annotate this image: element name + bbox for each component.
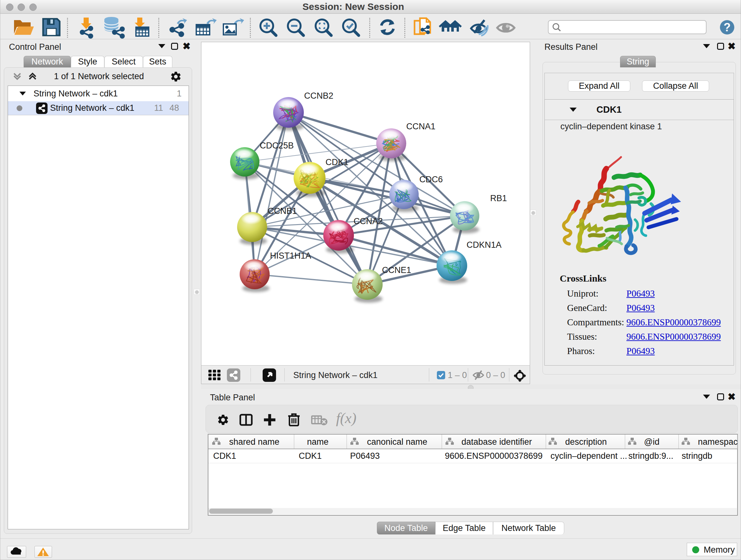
svg-text:namespac: namespac [698, 437, 738, 447]
svg-text:CCNB2: CCNB2 [304, 91, 333, 101]
svg-text:CCNB1: CCNB1 [268, 206, 297, 216]
svg-text:CCNE1: CCNE1 [382, 265, 411, 275]
svg-text:CDC6: CDC6 [419, 175, 443, 184]
svg-text:CDKN1A: CDKN1A [467, 240, 502, 250]
svg-text:database identifier: database identifier [461, 437, 532, 447]
svg-text:shared name: shared name [229, 437, 280, 447]
svg-text:RB1: RB1 [490, 193, 507, 203]
svg-text:9606.ENSP00000378699: 9606.ENSP00000378699 [445, 451, 542, 461]
svg-text:stringdb: stringdb [682, 451, 712, 461]
svg-text:HIST1H1A: HIST1H1A [270, 251, 311, 260]
svg-text:@id: @id [644, 437, 659, 447]
svg-text:CDK1: CDK1 [326, 158, 348, 167]
svg-text:CDC25B: CDC25B [260, 141, 294, 150]
svg-text:CDK1: CDK1 [299, 451, 322, 461]
svg-text:canonical name: canonical name [367, 437, 427, 447]
svg-text:CDK1: CDK1 [213, 451, 236, 461]
svg-text:stringdb:9...: stringdb:9... [628, 451, 673, 461]
svg-text:description: description [565, 437, 607, 447]
svg-text:CCNA2: CCNA2 [354, 216, 383, 226]
svg-text:P06493: P06493 [350, 451, 380, 461]
svg-text:cyclin–dependent ...: cyclin–dependent ... [550, 451, 627, 461]
svg-text:name: name [307, 437, 329, 447]
svg-text:CCNA1: CCNA1 [406, 122, 435, 131]
